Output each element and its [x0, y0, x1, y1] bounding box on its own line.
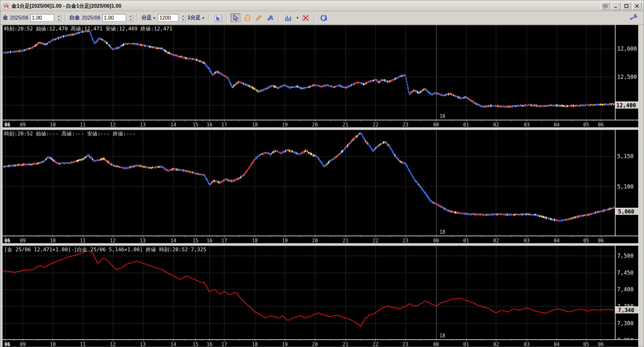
platinum-candlestick-canvas[interactable]	[3, 130, 615, 236]
toolbar-separator	[137, 14, 138, 22]
draw-marker-button[interactable]	[265, 13, 275, 22]
time-tick-label: 14	[170, 342, 176, 347]
time-tick-label: 16	[207, 238, 212, 244]
gold-multiplier-spinner[interactable]: ▲▼	[56, 14, 61, 22]
gold-chart-panel: 時刻:20:52 始値:12,470 高値:12,471 安値:12,469 終…	[3, 25, 639, 127]
spread-line-canvas[interactable]	[3, 246, 615, 339]
current-price-badge: 7,340	[616, 306, 639, 313]
spinner-down-icon[interactable]: ▼	[128, 18, 133, 22]
pan-hand-button[interactable]	[242, 13, 252, 22]
select-cursor-button[interactable]	[231, 13, 240, 22]
time-tick-label: 02	[493, 342, 499, 347]
time-tick-label: 23	[403, 238, 408, 244]
time-tick-label: 03	[524, 342, 530, 347]
toolbar-separator	[65, 14, 66, 22]
close-button[interactable]	[632, 2, 642, 10]
float-window-button[interactable]	[601, 2, 610, 10]
chevron-down-icon[interactable]: ▼	[296, 16, 299, 20]
gold-plot-area[interactable]: 時刻:20:52 始値:12,470 高値:12,471 安値:12,469 終…	[3, 25, 615, 120]
time-tick-label: 04	[554, 122, 560, 128]
window-right-frame[interactable]	[638, 25, 644, 347]
time-tick-label: 04	[554, 342, 560, 347]
time-tick-label: 21	[342, 238, 348, 244]
time-tick-label: 13	[140, 342, 146, 347]
platinum-contract-month: 2025/06	[82, 15, 100, 21]
time-tick-label: 14	[170, 122, 176, 128]
time-tick-label: 12	[110, 342, 116, 347]
platinum-multiplier-input[interactable]	[102, 14, 126, 22]
time-tick-label: 09	[20, 238, 26, 244]
time-tick-label: 06	[4, 122, 10, 128]
reload-button[interactable]: R	[319, 13, 328, 22]
time-tick-label: 23	[403, 122, 408, 128]
minimize-button[interactable]	[611, 2, 621, 10]
time-tick-label: 20	[312, 238, 318, 244]
spread-plot-area[interactable]: [金 25/06 12,471×1.00]-[白金 25/06 5,146×1.…	[3, 246, 615, 339]
time-tick-label: 15	[192, 342, 198, 347]
indicator-histogram-button[interactable]	[283, 13, 293, 22]
panel-splitter[interactable]	[3, 127, 639, 130]
gold-symbol-label: 金	[3, 14, 8, 21]
price-tick-label: 12,500	[617, 74, 637, 80]
time-tick-label: 01	[463, 238, 469, 244]
chart-stack: 時刻:20:52 始値:12,470 高値:12,471 安値:12,469 終…	[3, 25, 639, 347]
time-tick-label: 03	[524, 122, 530, 128]
spread-time-axis: 0609101112131415161718192021222300010203…	[3, 339, 639, 347]
spinner-up-icon[interactable]: ▲	[180, 14, 186, 18]
bar-count-spinner[interactable]: ▲▼	[180, 14, 186, 22]
time-tick-label: 21	[342, 122, 348, 128]
platinum-symbol-label: 白金	[70, 14, 80, 21]
time-tick-label: 06	[4, 342, 10, 347]
time-tick-label: 10	[50, 342, 56, 347]
spinner-up-icon[interactable]: ▲	[56, 14, 61, 18]
price-tick-label: 5,100	[617, 183, 633, 190]
time-tick-label: 00	[433, 342, 439, 347]
toolbar: 金 2025/06 ▲▼ 白金 2025/06 ▲▼ 分足▼ ▲▼ 1分足▼	[0, 11, 644, 25]
time-tick-label: 18	[252, 122, 258, 128]
time-tick-label: 19	[282, 238, 288, 244]
settings-wrench-icon[interactable]	[630, 13, 638, 23]
bar-count-input[interactable]	[158, 14, 178, 22]
time-tick-label: 09	[20, 122, 26, 128]
time-tick-label: 20	[312, 342, 318, 347]
panel-splitter[interactable]	[3, 243, 639, 246]
time-tick-label: 02	[493, 122, 499, 128]
price-tick-label: 7,500	[617, 253, 633, 259]
platinum-plot-area[interactable]: 時刻:20:52 始値:--- 高値:--- 安値:--- 終値:--- 18	[3, 130, 615, 236]
platinum-time-axis: 0609101112131415161718192021222300010203…	[3, 236, 639, 243]
time-tick-label: 18	[252, 238, 258, 244]
title-bar[interactable]: 金1分足[2025/06]1.00 - 白金1分足[2025/06]1.00	[0, 0, 644, 11]
price-tick-label: 12,600	[617, 45, 637, 52]
svg-text:R: R	[325, 17, 327, 21]
time-tick-label: 22	[373, 122, 378, 128]
platinum-multiplier-spinner[interactable]: ▲▼	[128, 14, 133, 22]
time-tick-label: 11	[80, 122, 86, 128]
gold-multiplier-input[interactable]	[30, 14, 54, 22]
time-tick-label: 01	[463, 342, 469, 347]
time-tick-label: 05	[583, 122, 589, 128]
time-tick-label: 16	[207, 122, 212, 128]
indicator-remove-button[interactable]	[301, 13, 310, 22]
chart-pointer-button[interactable]	[213, 13, 223, 22]
time-tick-label: 02	[493, 238, 499, 244]
platinum-price-axis: 5,2005,1505,1005,060	[616, 130, 639, 243]
price-tick-label: 7,300	[617, 320, 633, 327]
time-tick-label: 11	[80, 238, 86, 244]
window-title: 金1分足[2025/06]1.00 - 白金1分足[2025/06]1.00	[12, 3, 601, 10]
time-tick-label: 12	[110, 122, 116, 128]
draw-pencil-button[interactable]	[254, 13, 263, 22]
toolbar-separator	[314, 14, 315, 22]
bar-type-dropdown[interactable]: 分足▼	[142, 14, 156, 21]
spinner-down-icon[interactable]: ▼	[56, 18, 61, 22]
interval-dropdown[interactable]: 1分足▼	[188, 14, 205, 21]
toolbar-separator	[226, 14, 227, 22]
chevron-down-icon: ▼	[202, 16, 205, 20]
spinner-up-icon[interactable]: ▲	[128, 14, 133, 18]
time-tick-label: 19	[282, 342, 288, 347]
gold-candlestick-canvas[interactable]	[3, 25, 615, 120]
time-tick-label: 10	[50, 122, 56, 128]
spinner-down-icon[interactable]: ▼	[180, 18, 186, 22]
time-tick-label: 10	[50, 238, 56, 244]
maximize-button[interactable]	[622, 2, 631, 10]
time-tick-label: 18	[252, 342, 258, 347]
